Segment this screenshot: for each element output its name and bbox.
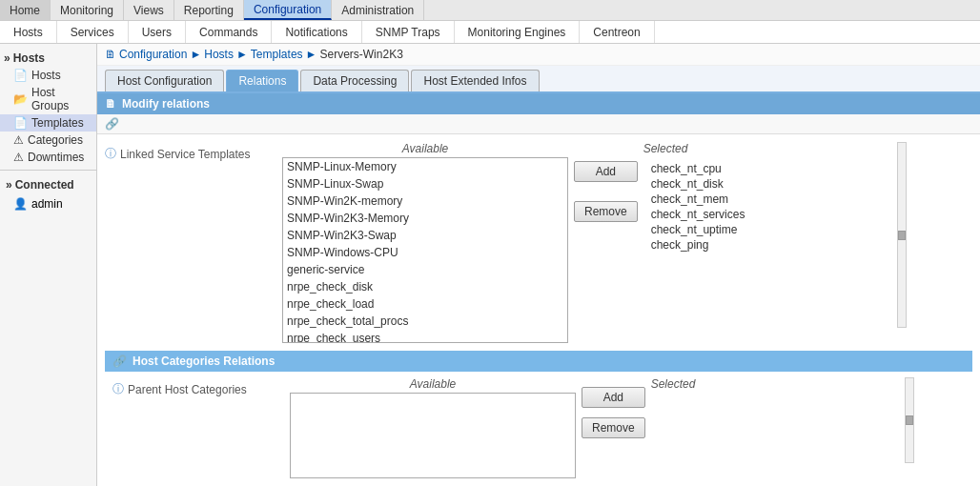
section-sub-icon: 🔗 [105,117,119,131]
linked-service-templates-row: ⓘ Linked Service Templates Available SNM… [105,142,972,343]
main-content: 🗎 Configuration ► Hosts ► Templates ► Se… [97,44,980,486]
selected-list-item: check_nt_services [647,207,888,222]
list-item[interactable]: nrpe_check_total_procs [283,313,567,330]
layout: » Hosts 📄 Hosts 📂 Host Groups 📄 Template… [0,44,980,486]
downtimes-icon: ⚠ [13,151,24,164]
top-nav-reporting[interactable]: Reporting [174,0,244,20]
sec-nav-hosts[interactable]: Hosts [0,21,57,43]
hc-help-icon: ⓘ [112,381,124,397]
sec-nav-centreon[interactable]: Centreon [580,21,654,43]
sidebar-item-categories[interactable]: ⚠ Categories [0,132,96,149]
btn-col: Add Remove [574,142,638,222]
top-nav-configuration[interactable]: Configuration [244,0,332,20]
hc-header-icon: 🔗 [112,354,127,368]
sec-nav-monitoring-engines[interactable]: Monitoring Engines [455,21,581,43]
section-header-title: Modify relations [122,97,210,111]
sidebar-connected-header: » Connected [0,174,96,195]
selected-list: check_nt_cpucheck_nt_diskcheck_nt_memche… [643,157,891,343]
sec-nav-services[interactable]: Services [57,21,129,43]
hc-available-listbox[interactable] [290,393,576,478]
sec-nav-users[interactable]: Users [129,21,186,43]
breadcrumb-hosts[interactable]: Hosts [204,48,234,61]
scrollbar-thumb-right[interactable] [898,231,906,240]
sidebar-hosts-header: » Hosts [0,48,96,67]
hosts-icon: 📄 [13,69,28,82]
breadcrumb-configuration[interactable]: Configuration [119,48,187,61]
hc-selected-label: Selected [651,377,899,391]
remove-button[interactable]: Remove [574,201,638,222]
breadcrumb-current: Servers-Win2K3 [319,48,402,61]
tab-host-configuration[interactable]: Host Configuration [105,70,224,91]
sidebar-item-hosts[interactable]: 📄 Hosts [0,67,96,84]
hc-remove-button[interactable]: Remove [582,417,645,438]
help-icon: ⓘ [105,146,116,162]
tab-host-extended-infos[interactable]: Host Extended Infos [411,70,539,91]
breadcrumb: 🗎 Configuration ► Hosts ► Templates ► Se… [97,44,980,66]
tab-bar: Host Configuration Relations Data Proces… [97,66,980,93]
top-nav-administration[interactable]: Administration [332,0,424,20]
breadcrumb-sep1: ► [190,48,201,61]
list-item[interactable]: SNMP-Linux-Swap [283,175,567,192]
sidebar: » Hosts 📄 Hosts 📂 Host Groups 📄 Template… [0,44,97,486]
section-sub: 🔗 [97,114,980,134]
host-categories-section: 🔗 Host Categories Relations ⓘ Parent Hos… [105,351,972,484]
sec-nav-snmptraps[interactable]: SNMP Traps [362,21,455,43]
selected-list-item: check_nt_uptime [647,222,888,237]
sec-nav-notifications[interactable]: Notifications [272,21,361,43]
sidebar-item-hostgroups[interactable]: 📂 Host Groups [0,84,96,114]
available-listbox[interactable]: SNMP-Linux-MemorySNMP-Linux-SwapSNMP-Win… [282,157,568,343]
list-item[interactable]: SNMP-Win2K3-Swap [283,227,567,244]
sidebar-item-templates[interactable]: 📄 Templates [0,114,96,132]
selected-container: Selected check_nt_cpucheck_nt_diskcheck_… [643,142,891,343]
content-area: ⓘ Linked Service Templates Available SNM… [97,134,980,486]
add-button[interactable]: Add [574,161,638,182]
list-item[interactable]: generic-service [283,261,567,278]
chevron-right-icon: » [4,51,10,65]
available-label: Available [402,142,448,155]
list-item[interactable]: nrpe_check_users [283,330,567,343]
hc-selected-container: Selected [651,377,899,478]
selected-list-item: check_nt_cpu [647,161,888,176]
list-item[interactable]: SNMP-Win2K-memory [283,192,567,210]
templates-icon: 📄 [13,116,28,130]
host-categories-row: ⓘ Parent Host Categories Available Add R… [105,372,972,484]
hc-scrollbar-thumb[interactable] [906,415,913,425]
list-item[interactable]: SNMP-Win2K3-Memory [283,210,567,227]
breadcrumb-templates[interactable]: Templates [251,48,303,61]
available-list-container: Available SNMP-Linux-MemorySNMP-Linux-Sw… [282,142,568,343]
selected-list-item: check_nt_mem [647,192,888,207]
host-categories-header: 🔗 Host Categories Relations [105,351,972,372]
hc-add-button[interactable]: Add [582,387,645,408]
tab-relations[interactable]: Relations [226,70,298,91]
hc-btn-col: Add Remove [582,377,645,438]
list-item[interactable]: SNMP-Windows-CPU [283,244,567,261]
user-icon: 👤 [13,197,28,211]
chevron-right-icon-2: » [6,178,12,192]
top-nav-home[interactable]: Home [0,0,51,20]
sec-nav-commands[interactable]: Commands [186,21,272,43]
tab-data-processing[interactable]: Data Processing [300,70,409,91]
sec-nav: Hosts Services Users Commands Notificati… [0,21,980,44]
list-item[interactable]: nrpe_check_disk [283,278,567,295]
breadcrumb-sep2: ► [236,48,248,61]
linked-service-templates-label: ⓘ Linked Service Templates [105,142,276,162]
hc-selected-box [651,393,899,478]
hostgroups-icon: 📂 [13,92,28,106]
categories-icon: ⚠ [13,133,24,147]
sidebar-item-downtimes[interactable]: ⚠ Downtimes [0,149,96,166]
list-item[interactable]: nrpe_check_load [283,295,567,313]
hc-available-label: Available [410,377,456,391]
parent-host-categories-label: ⓘ Parent Host Categories [112,377,284,397]
sidebar-user[interactable]: 👤 admin [0,195,96,213]
top-nav: Home Monitoring Views Reporting Configur… [0,0,980,21]
top-nav-views[interactable]: Views [124,0,174,20]
section-header-icon: 🗎 [105,97,116,111]
hc-header-title: Host Categories Relations [133,354,275,368]
selected-label: Selected [643,142,891,155]
list-item[interactable]: SNMP-Linux-Memory [283,158,567,175]
sidebar-divider [0,170,96,171]
top-nav-monitoring[interactable]: Monitoring [51,0,124,20]
breadcrumb-icon: 🗎 [105,48,116,61]
selected-list-item: check_ping [647,237,888,253]
selected-list-item: check_nt_disk [647,176,888,192]
